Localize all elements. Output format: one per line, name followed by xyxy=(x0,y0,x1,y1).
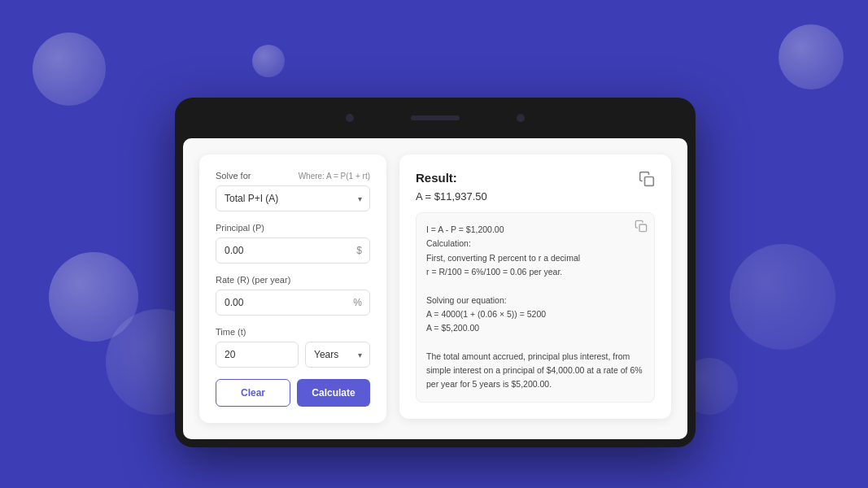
rate-input[interactable] xyxy=(216,290,370,316)
background-orb-3 xyxy=(49,252,138,342)
principal-suffix: $ xyxy=(356,245,362,256)
detail-line3: First, converting R percent to r a decim… xyxy=(426,253,580,263)
result-title: Result: xyxy=(416,171,457,185)
principal-input-wrapper: $ xyxy=(216,237,370,264)
calculate-button[interactable]: Calculate xyxy=(297,379,370,407)
background-orb-6 xyxy=(730,244,835,350)
detail-line10: The total amount accrued, principal plus… xyxy=(426,351,643,390)
time-row: Years Months Days ▾ xyxy=(216,342,370,368)
result-header: Result: xyxy=(416,171,655,187)
tablet-frame: Solve for Where: A = P(1 + rt) Total P+I… xyxy=(175,98,696,447)
time-unit-select[interactable]: Years Months Days xyxy=(305,342,370,368)
result-panel: Result: A = $11,937.50 I = A - P = $1,20… xyxy=(399,155,671,419)
detail-line7: A = 4000(1 + (0.06 × 5)) = 5200 xyxy=(426,309,546,319)
calculator-panel: Solve for Where: A = P(1 + rt) Total P+I… xyxy=(199,155,386,423)
result-detail-box: I = A - P = $1,200.00 Calculation: First… xyxy=(416,212,655,403)
tablet-top-bar xyxy=(175,98,696,138)
result-main-value: A = $11,937.50 xyxy=(416,190,655,203)
principal-input[interactable] xyxy=(216,237,370,264)
detail-line8: A = $5,200.00 xyxy=(426,323,479,333)
tablet-camera-right xyxy=(517,114,525,122)
detail-line2: Calculation: xyxy=(426,238,471,248)
tablet-camera xyxy=(346,114,354,122)
solve-for-label: Solve for xyxy=(216,171,251,181)
background-orb-5 xyxy=(779,24,844,89)
time-label: Time (t) xyxy=(216,327,370,337)
formula-label: Where: A = P(1 + rt) xyxy=(299,172,370,181)
time-input-wrapper xyxy=(216,342,299,368)
clear-button[interactable]: Clear xyxy=(216,379,290,407)
solve-for-header: Solve for Where: A = P(1 + rt) xyxy=(216,171,370,181)
svg-rect-1 xyxy=(639,224,647,232)
rate-suffix: % xyxy=(353,297,362,308)
background-orb-1 xyxy=(33,33,106,106)
time-unit-select-wrapper: Years Months Days ▾ xyxy=(305,342,370,368)
principal-label: Principal (P) xyxy=(216,223,370,233)
detail-line6: Solving our equation: xyxy=(426,295,507,305)
detail-line4: r = R/100 = 6%/100 = 0.06 per year. xyxy=(426,267,562,277)
solve-for-select-wrapper: Total P+I (A) Principal (P) Rate (R) Tim… xyxy=(216,185,370,211)
button-row: Clear Calculate xyxy=(216,379,370,407)
detail-line1: I = A - P = $1,200.00 xyxy=(426,224,504,234)
solve-for-select[interactable]: Total P+I (A) Principal (P) Rate (R) Tim… xyxy=(216,185,370,211)
result-detail-text: I = A - P = $1,200.00 Calculation: First… xyxy=(426,223,644,392)
tablet-screen: Solve for Where: A = P(1 + rt) Total P+I… xyxy=(183,138,687,439)
result-detail-copy-icon[interactable] xyxy=(635,220,648,233)
rate-input-wrapper: % xyxy=(216,290,370,316)
time-input[interactable] xyxy=(216,342,299,368)
tablet-speaker xyxy=(411,115,460,120)
svg-rect-0 xyxy=(645,177,654,186)
rate-label: Rate (R) (per year) xyxy=(216,275,370,285)
copy-icon[interactable] xyxy=(639,171,655,187)
background-orb-2 xyxy=(252,45,285,77)
